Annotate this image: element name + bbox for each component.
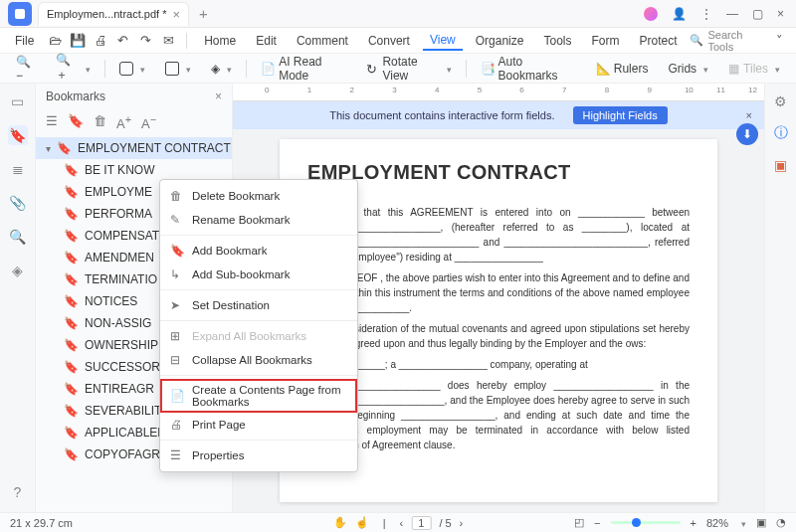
zoom-value: 82%	[706, 517, 728, 529]
delete-bookmark-icon[interactable]: 🗑	[94, 113, 106, 131]
bookmark-label: TERMINATIO	[85, 272, 157, 286]
clock-icon[interactable]: ◔	[776, 516, 786, 529]
layout-button[interactable]	[159, 58, 197, 80]
collapse-icon: ⊟	[170, 353, 184, 367]
zoom-in-status[interactable]: +	[691, 517, 696, 529]
destination-icon: ➤	[170, 298, 184, 312]
ctx-rename[interactable]: ✎Rename Bookmark	[160, 208, 357, 232]
close-panel-icon[interactable]: ×	[215, 89, 222, 103]
horizontal-ruler: 0123456789101112	[233, 84, 764, 101]
search-tools[interactable]: 🔍 Search Tools	[690, 29, 765, 53]
page-input[interactable]: 1	[411, 516, 431, 530]
download-fab[interactable]: ⬇	[736, 123, 758, 145]
ctx-contents-page[interactable]: 📄Create a Contents Page from Bookmarks	[160, 379, 357, 413]
minimize-button[interactable]: —	[726, 7, 738, 21]
word-icon[interactable]: ▣	[771, 155, 791, 175]
orientation-button[interactable]: ◈	[205, 58, 238, 80]
hand-tool-icon[interactable]: ✋	[333, 516, 347, 529]
close-tab-icon[interactable]: ×	[172, 7, 180, 22]
grids-label: Grids	[668, 62, 696, 76]
highlight-fields-button[interactable]: Highlight Fields	[573, 106, 668, 124]
zoom-slider[interactable]	[611, 521, 681, 524]
bookmarks-title: Bookmarks	[46, 89, 105, 103]
ctx-collapse[interactable]: ⊟Collapse All Bookmarks	[160, 348, 357, 372]
more-icon[interactable]: ⋮	[700, 7, 712, 21]
ctx-properties[interactable]: ☰Properties	[160, 443, 357, 467]
select-tool-icon[interactable]: ☝	[355, 516, 369, 529]
zoom-dropdown[interactable]	[738, 517, 746, 529]
zoom-out-status[interactable]: −	[594, 517, 600, 529]
stack-icon[interactable]: ◈	[8, 261, 28, 280]
ai-icon[interactable]: ⓘ	[771, 123, 791, 143]
close-banner-icon[interactable]: ×	[746, 109, 752, 121]
user-icon[interactable]: 👤	[672, 7, 687, 21]
ctx-print[interactable]: 🖨Print Page	[160, 413, 357, 437]
tiles-label: Tiles	[743, 62, 768, 76]
menu-tools[interactable]: Tools	[536, 32, 578, 50]
open-icon[interactable]: 🗁	[47, 31, 64, 51]
ctx-add[interactable]: 🔖Add Bookmark	[160, 239, 357, 263]
menu-protect[interactable]: Protect	[632, 32, 684, 50]
save-icon[interactable]: 💾	[70, 31, 87, 51]
tab-title: Employmen...ntract.pdf *	[47, 8, 166, 20]
bookmark-label: EMPLOYMENT CONTRACT	[78, 141, 231, 155]
rotate-view-button[interactable]: Rotate View	[360, 58, 458, 80]
undo-icon[interactable]: ↶	[114, 31, 131, 51]
menu-edit[interactable]: Edit	[249, 32, 284, 50]
menu-convert[interactable]: Convert	[361, 32, 417, 50]
auto-bookmarks-label: Auto Bookmarks	[498, 55, 576, 83]
adjust-icon[interactable]: ⚙	[771, 91, 791, 111]
bookmarks-icon[interactable]: 🔖	[8, 125, 28, 145]
search-tools-label: Search Tools	[707, 29, 757, 53]
zoom-out-button[interactable]: 🔍−	[10, 58, 42, 80]
menu-file[interactable]: File	[8, 32, 41, 50]
app-logo	[8, 2, 32, 26]
fit-width-icon[interactable]: ▣	[756, 516, 766, 529]
rulers-icon	[596, 62, 610, 76]
redo-icon[interactable]: ↷	[137, 31, 154, 51]
view-toolbar: 🔍− 🔍＋ ◈ AI Read Mode Rotate View Auto Bo…	[0, 54, 796, 84]
maximize-button[interactable]: ▢	[752, 7, 763, 21]
properties-icon: ☰	[170, 448, 184, 462]
print-icon[interactable]: 🖨	[93, 31, 109, 51]
bookmark-label: NOTICES	[85, 294, 137, 308]
text-large-icon[interactable]: A+	[116, 113, 131, 131]
rulers-button[interactable]: Rulers	[590, 58, 655, 80]
search-panel-icon[interactable]: 🔍	[8, 227, 28, 247]
fit-page-icon[interactable]: ◰	[574, 516, 584, 529]
document-tab[interactable]: Employmen...ntract.pdf * ×	[38, 2, 189, 26]
menu-organize[interactable]: Organize	[469, 32, 531, 50]
ai-read-mode-button[interactable]: AI Read Mode	[255, 58, 352, 80]
zoom-in-button[interactable]: 🔍＋	[50, 58, 97, 80]
menu-comment[interactable]: Comment	[290, 32, 355, 50]
ctx-setdest[interactable]: ➤Set Destination	[160, 293, 357, 317]
next-page-icon[interactable]: ›	[460, 517, 464, 529]
page-view-button[interactable]	[113, 58, 151, 80]
add-sub-icon: ↳	[170, 267, 184, 281]
ribbon-toggle-icon[interactable]: ˅	[771, 31, 788, 51]
grids-button[interactable]: Grids	[662, 58, 714, 80]
menu-icon[interactable]: ☰	[46, 113, 58, 131]
text-small-icon[interactable]: A−	[141, 113, 156, 131]
close-window-button[interactable]: ×	[777, 7, 784, 21]
menu-view[interactable]: View	[423, 31, 463, 51]
rename-icon: ✎	[170, 213, 184, 227]
ctx-delete[interactable]: 🗑Delete Bookmark	[160, 184, 357, 208]
help-icon[interactable]: ?	[8, 482, 28, 502]
attachments-icon[interactable]: 📎	[8, 193, 28, 213]
doc-p2: ESS THEREOF , the above parties wish to …	[307, 270, 690, 315]
bookmark-item[interactable]: ▾🔖EMPLOYMENT CONTRACT	[36, 137, 232, 159]
mail-icon[interactable]: ✉	[160, 31, 177, 51]
thumbnails-icon[interactable]: ▭	[8, 91, 28, 111]
new-tab-button[interactable]: +	[199, 5, 208, 22]
rotate-icon	[366, 62, 378, 76]
tiles-button[interactable]: ▦ Tiles	[722, 58, 786, 80]
menu-home[interactable]: Home	[197, 32, 243, 50]
layers-icon[interactable]: ≣	[8, 159, 28, 179]
menu-form[interactable]: Form	[584, 32, 626, 50]
prev-page-icon[interactable]: ‹	[400, 517, 404, 529]
ai-read-label: AI Read Mode	[279, 55, 346, 83]
auto-bookmarks-button[interactable]: Auto Bookmarks	[475, 58, 582, 80]
ctx-addsub[interactable]: ↳Add Sub-bookmark	[160, 263, 357, 286]
add-bookmark-icon[interactable]: 🔖	[68, 113, 84, 131]
